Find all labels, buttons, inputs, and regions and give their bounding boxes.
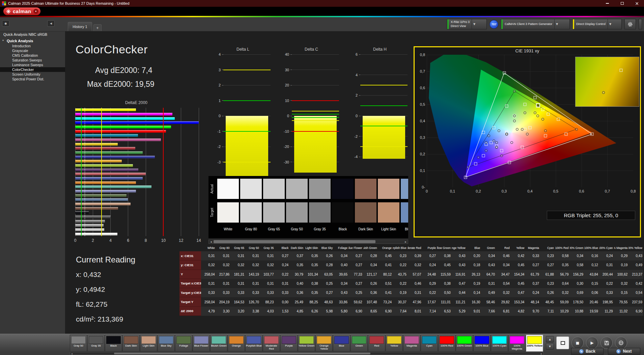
table-cell-target-x-cie31-cyan: 0,23: [540, 279, 555, 288]
patch-button-100-blue[interactable]: 100% Blue: [473, 335, 491, 352]
swatch-scrollbar-thumb[interactable]: [214, 240, 375, 243]
next-button[interactable]: ▶ Next: [608, 348, 640, 355]
calman-logo-menu[interactable]: calman ▾: [3, 7, 40, 15]
patch-button-cyan[interactable]: Cyan: [421, 335, 438, 352]
cie-1931-chart-panel[interactable]: CIE 1931 xy 00,10,20,30,40,50,60,70,80,8…: [414, 46, 641, 237]
pattern-generator-dropdown[interactable]: CalMAN Client 3 Pattern Generator ▼: [501, 19, 570, 29]
sidebar-options-button[interactable]: ●: [2, 20, 9, 27]
patch-button-purple[interactable]: Purple: [280, 335, 298, 352]
add-tab-button[interactable]: +: [93, 24, 102, 31]
delta-reference-line: [292, 100, 339, 101]
toolbar-up-button[interactable]: ▲: [546, 336, 554, 343]
patch-button-foliage[interactable]: Foliage: [175, 335, 192, 352]
patch-button-light-skin[interactable]: Light Skin: [140, 335, 157, 352]
current-reading-panel: Current Reading x: 0,432 y: 0,4942 fL: 6…: [76, 255, 135, 330]
cie-target-marker-orange-yellow: [547, 113, 550, 116]
patch-label: 100% Cyan: [493, 344, 506, 347]
tab-history-1[interactable]: History 1: [68, 22, 92, 31]
patch-button-moderate-red[interactable]: Moderate Red: [263, 335, 280, 352]
sidebar-item-colorchecker[interactable]: ColorChecker: [0, 67, 65, 72]
delta-axis-tick-label: 2: [219, 83, 221, 87]
sidebar-item-introduction[interactable]: Introduction: [0, 44, 65, 48]
column-header-foliage: Foliage: [334, 244, 348, 251]
scroll-left-icon[interactable]: ◀: [209, 240, 213, 244]
patch-button-orange[interactable]: Orange: [228, 335, 245, 352]
display-control-dropdown[interactable]: Direct Display Control ▼: [572, 19, 622, 29]
play-button[interactable]: ▶: [586, 337, 598, 349]
sidebar-item-grayscale[interactable]: Grayscale: [0, 48, 65, 53]
scroll-left-icon[interactable]: ◀: [70, 352, 74, 355]
play-icon: ▶: [590, 340, 593, 345]
meter-id-badge[interactable]: 707: [489, 20, 498, 29]
patch-button-gray-50[interactable]: Gray 50: [70, 335, 87, 352]
cie-measured-marker-blue-sky: [493, 140, 495, 142]
toolbar-down-button[interactable]: ▼: [546, 343, 554, 350]
patch-button-100-magenta[interactable]: 100% Magenta: [508, 335, 526, 352]
sidebar-item-quick-analysis-root[interactable]: Quick Analysis: [0, 38, 65, 44]
table-cell-target-y-black: 0,00: [275, 297, 290, 306]
patch-button-100-cyan[interactable]: 100% Cyan: [491, 335, 508, 352]
delta-reference-line: [223, 131, 271, 132]
sidebar-item-screen-uniformity[interactable]: Screen Uniformity: [0, 72, 65, 77]
deltae-plot: [75, 108, 199, 236]
column-header-100-magenta: 100% Magenta: [614, 244, 629, 251]
table-cell-y-cie31-gray-65: 0,32: [230, 260, 245, 270]
patch-button-red[interactable]: Red: [368, 335, 385, 352]
swatch-scrollbar[interactable]: ◀ ▶: [208, 239, 408, 244]
patch-button-blue-flower[interactable]: Blue Flower: [193, 335, 210, 352]
cie-target-marker-100-cyan: [482, 131, 485, 134]
patch-button-purplish-blue[interactable]: Purplish Blue: [245, 335, 262, 352]
cie-x-tick-label: 0,7: [605, 189, 610, 193]
delta-gridline: [360, 95, 408, 96]
web-button[interactable]: [615, 337, 627, 349]
close-button[interactable]: ×: [634, 1, 640, 6]
sidebar-item-saturation-sweeps[interactable]: Saturation Sweeps: [0, 58, 65, 62]
swatch-row-actual: [217, 179, 408, 199]
pattern-window-button[interactable]: [556, 336, 569, 349]
sidebar-item-luminance-sweeps[interactable]: Luminance Sweeps: [0, 62, 65, 67]
meter-dropdown[interactable]: X-Rite i1Pro 3 Direct View ▼: [447, 19, 487, 29]
overflow-button[interactable]: [639, 19, 642, 29]
workflow-title: Quick Analysis NBC sRGB: [0, 31, 65, 38]
settings-button[interactable]: [624, 19, 636, 29]
cie-target-marker-magenta: [521, 146, 524, 149]
patch-button-yellow-green[interactable]: Yellow Green: [298, 335, 315, 352]
cie-measured-marker-bluish-green: [498, 129, 500, 132]
patch-button-100-red[interactable]: 100% Red: [438, 335, 455, 352]
stop-button[interactable]: ■: [571, 337, 584, 349]
minimize-button[interactable]: [604, 1, 610, 6]
patch-button-black[interactable]: Black: [105, 335, 122, 352]
horizontal-scrollbar[interactable]: ◀ ▶: [70, 352, 543, 355]
patch-button-100-yellow[interactable]: 100% Yellow: [526, 335, 543, 352]
patch-button-bluish-green[interactable]: Bluish Green: [210, 335, 227, 352]
patch-button-yellow[interactable]: Yellow: [386, 335, 403, 352]
column-header-gray-80: Gray 80: [216, 244, 231, 251]
delta-reference-line: [223, 70, 271, 70]
patch-button-dark-skin[interactable]: Dark Skin: [122, 335, 140, 352]
swatch-label-gray-65: Gray 65: [263, 227, 285, 231]
patch-button-green[interactable]: Green: [351, 335, 368, 352]
scroll-right-icon[interactable]: ▶: [403, 240, 408, 244]
patch-button-magenta[interactable]: Magenta: [403, 335, 420, 352]
patch-button-orange-yellow[interactable]: Orange Yellow: [315, 335, 333, 352]
cie-zoom-inset: [575, 57, 639, 107]
deltae-bar-gray-35: [75, 215, 111, 218]
maximize-button[interactable]: [619, 1, 625, 6]
patch-button-100-green[interactable]: 100% Green: [456, 335, 473, 352]
sidebar-collapse-button[interactable]: ◀: [47, 20, 55, 27]
patch-button-blue-sky[interactable]: Blue Sky: [158, 335, 175, 352]
sidebar-item-cms-calibration[interactable]: CMS Calibration: [0, 53, 65, 58]
cie-target-marker-orange: [557, 118, 560, 121]
page-title: ColorChecker: [76, 43, 148, 56]
patch-button-blue[interactable]: Blue: [333, 335, 350, 352]
table-cell-e-2000-100-blue: 19,59: [584, 307, 599, 316]
cie-measured-marker-cyan: [485, 141, 487, 144]
column-header-100-cyan: 100% Cyan: [599, 244, 614, 251]
sidebar-item-spectral-power-dist[interactable]: Spectral Power Dist.: [0, 77, 65, 81]
scroll-right-icon[interactable]: ▶: [540, 352, 543, 355]
table-cell-target-y-cie31-gray-50: 0,33: [245, 288, 260, 297]
scrollbar-thumb[interactable]: [114, 353, 370, 354]
save-button[interactable]: [600, 337, 613, 349]
patch-button-gray-35[interactable]: Gray 35: [87, 335, 105, 352]
back-button[interactable]: ◀ Back: [571, 348, 604, 355]
